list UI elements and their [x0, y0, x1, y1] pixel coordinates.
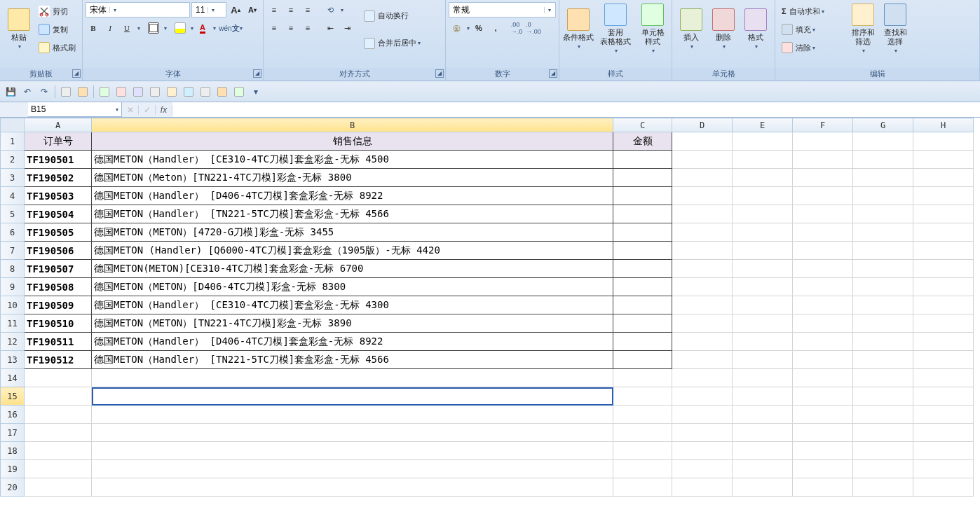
autosum-button[interactable]: Σ自动求和▾ [780, 4, 845, 19]
align-top-button[interactable]: ≡ [266, 2, 282, 18]
cell[interactable] [733, 187, 793, 205]
cell[interactable] [733, 151, 793, 169]
cell[interactable] [793, 387, 853, 406]
cell[interactable] [793, 205, 853, 223]
cell[interactable] [793, 242, 853, 260]
row-header[interactable]: 10 [1, 296, 25, 314]
cell[interactable] [913, 296, 974, 314]
cell[interactable] [672, 460, 733, 478]
clipboard-dialog-launcher[interactable]: ◢ [72, 69, 81, 78]
cell[interactable] [733, 460, 793, 478]
cell[interactable] [853, 169, 913, 187]
cell[interactable] [672, 242, 733, 260]
clear-button[interactable]: 清除▾ [780, 40, 845, 55]
font-name-combo[interactable]: 宋体▾ [86, 2, 190, 18]
cell[interactable] [853, 187, 913, 205]
cell[interactable] [92, 387, 613, 406]
row-header[interactable]: 3 [1, 169, 25, 187]
cell[interactable] [733, 296, 793, 314]
qat-btn-5[interactable] [76, 85, 89, 98]
cell[interactable] [25, 369, 92, 387]
cell[interactable] [793, 314, 853, 333]
cell[interactable] [793, 187, 853, 205]
cell[interactable] [913, 151, 974, 169]
cell[interactable] [853, 314, 913, 333]
align-left-button[interactable]: ≡ [266, 20, 282, 36]
cell[interactable] [853, 260, 913, 278]
increase-decimal-button[interactable]: .00→.0 [509, 20, 524, 36]
qat-btn-10[interactable] [165, 85, 178, 98]
format-painter-button[interactable]: 格式刷 [36, 40, 78, 55]
row-header[interactable]: 18 [1, 442, 25, 460]
cell[interactable] [793, 132, 853, 151]
cell[interactable] [733, 387, 793, 406]
cell[interactable] [613, 351, 672, 369]
cell[interactable] [672, 132, 733, 151]
column-header[interactable]: B [92, 118, 613, 132]
cell[interactable] [733, 132, 793, 151]
cell[interactable]: 销售信息 [92, 132, 613, 151]
cell[interactable] [853, 242, 913, 260]
cell[interactable] [853, 460, 913, 478]
cell[interactable]: TF190509 [25, 296, 92, 314]
fill-button[interactable]: 填充▾ [780, 22, 845, 37]
row-header[interactable]: 7 [1, 242, 25, 260]
cell[interactable]: TF190503 [25, 187, 92, 205]
row-header[interactable]: 1 [1, 132, 25, 151]
cell[interactable] [913, 242, 974, 260]
cell[interactable] [913, 460, 974, 478]
cell[interactable] [672, 424, 733, 442]
cell[interactable] [672, 260, 733, 278]
cell[interactable]: 订单号 [25, 132, 92, 151]
cell[interactable]: TF190501 [25, 151, 92, 169]
cell[interactable] [913, 278, 974, 296]
cell[interactable] [733, 242, 793, 260]
cell[interactable] [25, 406, 92, 424]
row-header[interactable]: 6 [1, 223, 25, 242]
cell[interactable] [733, 278, 793, 296]
cell[interactable] [672, 205, 733, 223]
cell[interactable] [733, 424, 793, 442]
wrap-text-button[interactable]: 自动换行 [362, 8, 423, 24]
row-header[interactable]: 14 [1, 369, 25, 387]
cell[interactable] [613, 296, 672, 314]
cell[interactable]: 德国METON（Handler） [TN221-5TC刀模]套盒彩盒-无标 45… [92, 205, 613, 223]
cell[interactable] [733, 442, 793, 460]
find-select-button[interactable]: 查找和 选择▾ [879, 2, 911, 57]
align-bottom-button[interactable]: ≡ [300, 2, 315, 18]
cell[interactable]: 德国METON（Handler） [TN221-5TC刀模]套盒彩盒-无标 45… [92, 351, 613, 369]
cell[interactable] [793, 460, 853, 478]
cell[interactable] [613, 151, 672, 169]
cell[interactable] [793, 151, 853, 169]
cell[interactable] [913, 260, 974, 278]
row-header[interactable]: 17 [1, 424, 25, 442]
qat-redo-button[interactable]: ↷ [38, 85, 50, 98]
cell[interactable] [672, 406, 733, 424]
row-header[interactable]: 5 [1, 205, 25, 223]
cell[interactable] [913, 442, 974, 460]
column-header[interactable]: G [853, 118, 913, 132]
increase-indent-button[interactable]: ⇥ [339, 20, 355, 36]
cell[interactable] [793, 296, 853, 314]
column-header[interactable]: E [733, 118, 793, 132]
cell[interactable] [733, 369, 793, 387]
spreadsheet-grid[interactable]: ABCDEFGH1订单号销售信息金额2TF190501德国METON（Handl… [0, 118, 980, 526]
cell[interactable] [913, 387, 974, 406]
cell[interactable] [913, 132, 974, 151]
cell[interactable] [793, 169, 853, 187]
decrease-font-button[interactable]: A▾ [245, 2, 260, 18]
cell[interactable] [92, 478, 613, 497]
cell[interactable] [613, 442, 672, 460]
cell[interactable] [92, 442, 613, 460]
cell[interactable] [672, 442, 733, 460]
cell[interactable] [793, 424, 853, 442]
cell[interactable] [613, 478, 672, 497]
cell[interactable] [733, 260, 793, 278]
increase-font-button[interactable]: A▴ [228, 2, 243, 18]
row-header[interactable]: 11 [1, 314, 25, 333]
cell[interactable] [853, 478, 913, 497]
cell[interactable] [913, 369, 974, 387]
row-header[interactable]: 16 [1, 406, 25, 424]
phonetic-button[interactable]: wén文 [222, 20, 237, 36]
cell[interactable]: TF190512 [25, 351, 92, 369]
